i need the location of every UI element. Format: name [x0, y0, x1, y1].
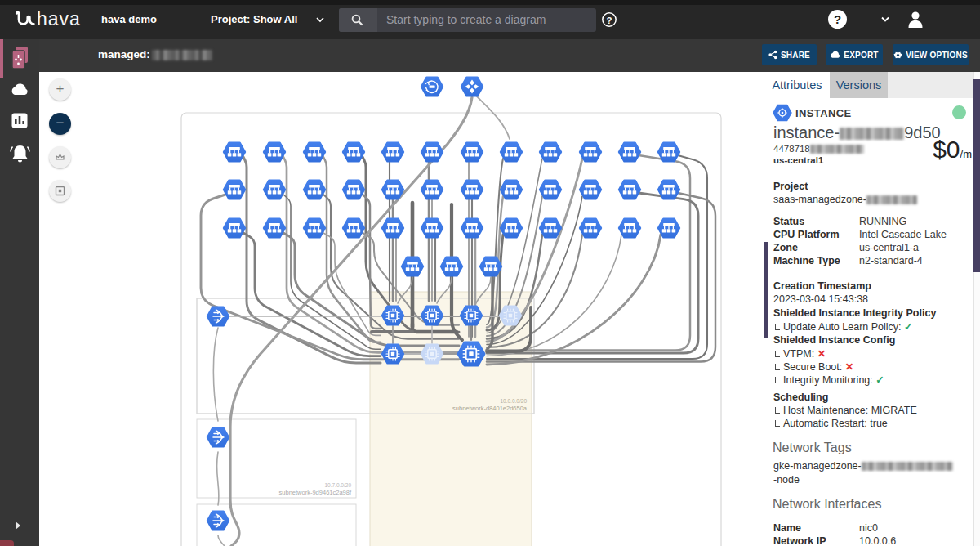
svg-text:subnetwork-9d9461c2a98f: subnetwork-9d9461c2a98f	[279, 489, 352, 496]
svg-text:?: ?	[606, 16, 612, 25]
svg-text:10.7.0.0/20: 10.7.0.0/20	[324, 482, 351, 488]
svg-text:subnetwork-d8401e2d650a: subnetwork-d8401e2d650a	[452, 405, 528, 412]
svg-text:10.0.0.0/20: 10.0.0.0/20	[500, 398, 527, 404]
